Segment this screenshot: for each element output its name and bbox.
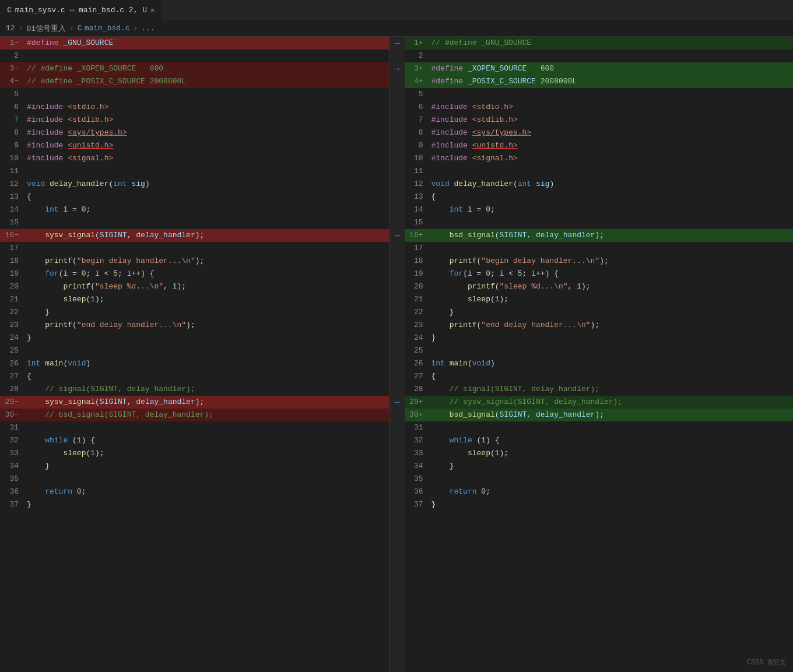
breadcrumb-dots: ...: [141, 24, 155, 33]
line-right-26: 26 int main(void): [405, 357, 794, 370]
line-right-31: 31: [405, 421, 794, 434]
line-left-4: 4− // #define _POSIX_C_SOURCE 2008000L: [0, 75, 389, 88]
line-left-5: 5: [0, 88, 389, 101]
line-left-27: 27 {: [0, 370, 389, 383]
line-right-1: 1+ // #define _GNU_SOURCE: [405, 37, 794, 50]
line-right-21: 21 sleep(1);: [405, 293, 794, 306]
line-left-24: 24 }: [0, 332, 389, 344]
line-left-34: 34 }: [0, 460, 389, 473]
left-pane: 1− #define _GNU_SOURCE 2 3− // #define _…: [0, 37, 390, 672]
line-right-14: 14 int i = 0;: [405, 203, 794, 216]
right-pane: 1+ // #define _GNU_SOURCE 2 3+ #define _…: [405, 37, 794, 672]
line-right-22: 22 }: [405, 306, 794, 319]
line-left-21: 21 sleep(1);: [0, 293, 389, 306]
breadcrumb-c-label: C: [78, 24, 82, 33]
line-left-35: 35: [0, 473, 389, 485]
line-right-10: 10 #include <signal.h>: [405, 152, 794, 165]
line-left-31: 31: [0, 421, 389, 434]
breadcrumb-file: main_bsd.c: [85, 24, 130, 33]
tab-c-letter: C: [7, 6, 12, 15]
breadcrumb-folder: 01信号重入: [26, 23, 66, 34]
line-left-20: 20 printf("sleep %d...\n", i);: [0, 280, 389, 293]
breadcrumb-sep2: ›: [69, 24, 74, 33]
line-left-37: 37 }: [0, 498, 389, 511]
line-right-19: 19 for(i = 0; i < 5; i++) {: [405, 268, 794, 280]
line-right-23: 23 printf("end delay handler...\n");: [405, 319, 794, 332]
line-right-6: 6 #include <stdio.h>: [405, 101, 794, 114]
diff-arrow-16: →: [390, 229, 405, 242]
line-left-8: 8 #include <sys/types.h>: [0, 126, 389, 139]
diff-divider: →→→→: [390, 37, 405, 672]
line-left-13: 13 {: [0, 191, 389, 203]
line-left-26: 26 int main(void): [0, 357, 389, 370]
line-left-9: 9 #include <unistd.h>: [0, 139, 389, 152]
left-code-area[interactable]: 1− #define _GNU_SOURCE 2 3− // #define _…: [0, 37, 389, 672]
diff-arrow-1: →: [390, 37, 405, 50]
line-right-8: 8 #include <sys/types.h>: [405, 126, 794, 139]
line-right-4: 4+ #define _POSIX_C_SOURCE 2008000L: [405, 75, 794, 88]
line-left-19: 19 for(i = 0; i < 5; i++) {: [0, 268, 389, 280]
line-right-15: 15: [405, 216, 794, 229]
line-right-16: 16+ bsd_signal(SIGINT, delay_handler);: [405, 229, 794, 242]
line-left-28: 28 // signal(SIGINT, delay_handler);: [0, 383, 389, 396]
line-right-12: 12 void delay_handler(int sig): [405, 178, 794, 191]
line-left-32: 32 while (1) {: [0, 434, 389, 447]
line-right-13: 13 {: [405, 191, 794, 203]
line-right-28: 28 // signal(SIGINT, delay_handler);: [405, 383, 794, 396]
line-right-11: 11: [405, 165, 794, 178]
line-right-25: 25: [405, 344, 794, 357]
line-right-20: 20 printf("sleep %d...\n", i);: [405, 280, 794, 293]
line-right-17: 17: [405, 242, 794, 255]
line-right-32: 32 while (1) {: [405, 434, 794, 447]
line-left-18: 18 printf("begin delay handler...\n");: [0, 255, 389, 268]
line-left-33: 33 sleep(1);: [0, 447, 389, 460]
line-left-6: 6 #include <stdio.h>: [0, 101, 389, 114]
line-left-29: 29− sysv_signal(SIGINT, delay_handler);: [0, 396, 389, 409]
tab-close-button[interactable]: ✕: [150, 6, 155, 15]
line-left-36: 36 return 0;: [0, 485, 389, 498]
line-right-37: 37 }: [405, 498, 794, 511]
line-right-7: 7 #include <stdlib.h>: [405, 114, 794, 126]
line-left-22: 22 }: [0, 306, 389, 319]
line-left-7: 7 #include <stdlib.h>: [0, 114, 389, 126]
tab-main[interactable]: C main_sysv.c ↔ main_bsd.c 2, U ✕: [0, 0, 162, 20]
line-left-14: 14 int i = 0;: [0, 203, 389, 216]
editor-container: 1− #define _GNU_SOURCE 2 3− // #define _…: [0, 37, 793, 672]
breadcrumb-sep3: ›: [134, 24, 138, 33]
line-left-17: 17: [0, 242, 389, 255]
line-left-3: 3− // #define _XOPEN_SOURCE 600: [0, 62, 389, 75]
line-right-29: 29+ // sysv_signal(SIGINT, delay_handler…: [405, 396, 794, 409]
line-right-36: 36 return 0;: [405, 485, 794, 498]
line-left-12: 12 void delay_handler(int sig): [0, 178, 389, 191]
tab-bar: C main_sysv.c ↔ main_bsd.c 2, U ✕: [0, 0, 793, 20]
line-right-35: 35: [405, 473, 794, 485]
breadcrumb-num: 12: [6, 24, 15, 33]
tab-title: main_sysv.c ↔ main_bsd.c 2, U: [15, 6, 147, 15]
diff-arrow-29: →: [390, 396, 405, 409]
line-right-2: 2: [405, 50, 794, 62]
breadcrumb-sep1: ›: [19, 24, 23, 33]
line-right-27: 27 {: [405, 370, 794, 383]
line-left-2: 2: [0, 50, 389, 62]
line-right-33: 33 sleep(1);: [405, 447, 794, 460]
line-right-5: 5: [405, 88, 794, 101]
line-left-30: 30− // bsd_signal(SIGINT, delay_handler)…: [0, 409, 389, 421]
line-left-25: 25: [0, 344, 389, 357]
line-right-18: 18 printf("begin delay handler...\n");: [405, 255, 794, 268]
line-left-11: 11: [0, 165, 389, 178]
breadcrumb: 12 › 01信号重入 › C main_bsd.c › ...: [0, 20, 793, 37]
line-left-15: 15: [0, 216, 389, 229]
line-left-16: 16− sysv_signal(SIGINT, delay_handler);: [0, 229, 389, 242]
line-left-23: 23 printf("end delay handler...\n");: [0, 319, 389, 332]
line-right-30: 30+ bsd_signal(SIGINT, delay_handler);: [405, 409, 794, 421]
line-right-3: 3+ #define _XOPEN_SOURCE 600: [405, 62, 794, 75]
diff-arrow-3: →: [390, 62, 405, 75]
line-left-1: 1− #define _GNU_SOURCE: [0, 37, 389, 50]
line-right-9: 9 #include <unistd.h>: [405, 139, 794, 152]
watermark: CSDN @想吴: [747, 657, 786, 667]
line-left-10: 10 #include <signal.h>: [0, 152, 389, 165]
right-code-area[interactable]: 1+ // #define _GNU_SOURCE 2 3+ #define _…: [405, 37, 794, 672]
line-right-34: 34 }: [405, 460, 794, 473]
line-right-24: 24 }: [405, 332, 794, 344]
